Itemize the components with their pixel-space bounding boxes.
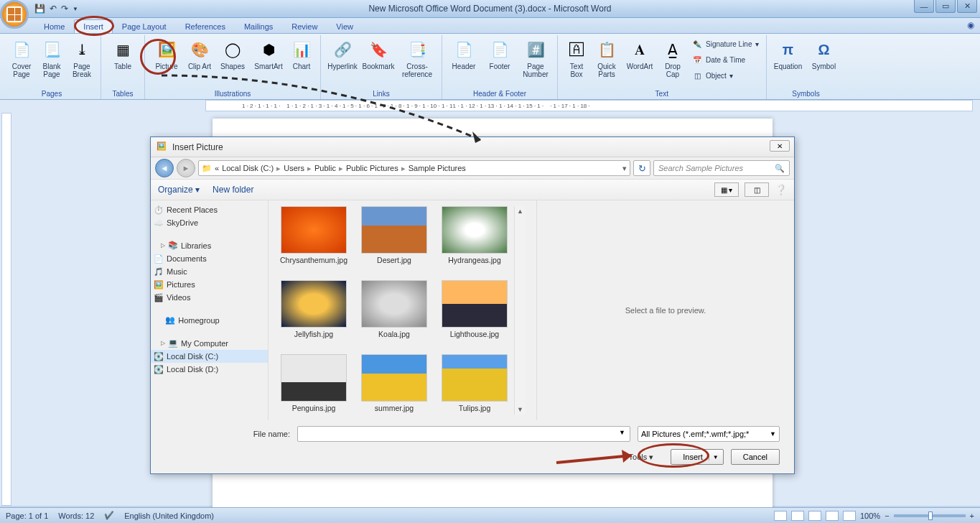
back-button[interactable]: ◄ bbox=[155, 159, 174, 177]
cover-page-button[interactable]: 📄Cover Page bbox=[7, 37, 36, 80]
sidebar-item-local-d[interactable]: 💽Local Disk (D:) bbox=[151, 363, 268, 376]
sidebar-item-recent[interactable]: ⏱️Recent Places bbox=[151, 203, 268, 216]
insert-button[interactable]: Insert▼ bbox=[671, 449, 723, 465]
table-button[interactable]: ▦Table bbox=[106, 37, 140, 72]
breadcrumb-dropdown-icon[interactable]: ▾ bbox=[622, 164, 627, 173]
zoom-in-button[interactable]: + bbox=[970, 512, 974, 520]
dialog-close-button[interactable]: ✕ bbox=[770, 140, 790, 152]
qat-dropdown-icon[interactable]: ▼ bbox=[73, 6, 78, 12]
quickparts-button[interactable]: 📋Quick Parts bbox=[592, 37, 621, 80]
page-number-button[interactable]: #️⃣Page Number bbox=[518, 37, 553, 80]
breadcrumb-item[interactable]: Public bbox=[314, 164, 336, 172]
sidebar-item-videos[interactable]: 🎬Videos bbox=[151, 291, 268, 304]
help-icon[interactable]: ❔ bbox=[775, 184, 787, 195]
spell-check-icon[interactable]: ✔️ bbox=[104, 511, 114, 520]
equation-button[interactable]: πEquation bbox=[771, 37, 806, 72]
blank-page-button[interactable]: 📃Blank Page bbox=[37, 37, 66, 80]
file-thumbnail[interactable]: Hydrangeas.jpg bbox=[435, 206, 514, 273]
textbox-button[interactable]: 🄰Text Box bbox=[562, 37, 591, 80]
file-type-filter[interactable]: All Pictures (*.emf;*.wmf;*.jpg;*▼ bbox=[638, 426, 780, 442]
minimize-button[interactable]: — bbox=[914, 0, 934, 13]
file-thumbnail[interactable]: Desert.jpg bbox=[355, 206, 434, 273]
sidebar-item-my-computer[interactable]: ▷💻My Computer bbox=[151, 334, 268, 350]
outline-view-icon[interactable] bbox=[826, 511, 839, 521]
shapes-button[interactable]: ◯Shapes bbox=[215, 37, 250, 72]
file-thumbnail[interactable]: Jellyfish.jpg bbox=[274, 280, 353, 347]
object-button[interactable]: ◫Object ▾ bbox=[689, 68, 762, 83]
refresh-button[interactable]: ↻ bbox=[633, 160, 650, 176]
scrollbar[interactable]: ▲▼ bbox=[514, 206, 526, 415]
status-words[interactable]: Words: 12 bbox=[58, 512, 94, 520]
zoom-level[interactable]: 100% bbox=[860, 512, 880, 520]
zoom-slider[interactable] bbox=[894, 514, 966, 517]
file-thumbnail[interactable]: Penguins.jpg bbox=[274, 354, 353, 421]
breadcrumb-item[interactable]: Local Disk (C:) bbox=[222, 164, 274, 172]
breadcrumb-item[interactable]: Public Pictures bbox=[346, 164, 398, 172]
zoom-out-button[interactable]: − bbox=[885, 512, 889, 520]
hyperlink-button[interactable]: 🔗Hyperlink bbox=[325, 37, 360, 72]
tab-review[interactable]: Review bbox=[282, 19, 327, 33]
picture-button[interactable]: 🖼️Picture bbox=[149, 37, 184, 72]
sidebar-item-skydrive[interactable]: ☁️SkyDrive bbox=[151, 216, 268, 229]
new-folder-button[interactable]: New folder bbox=[213, 185, 253, 195]
tab-view[interactable]: View bbox=[327, 19, 363, 33]
cancel-button[interactable]: Cancel bbox=[731, 449, 780, 465]
file-thumbnail[interactable]: Koala.jpg bbox=[355, 280, 434, 347]
chart-button[interactable]: 📊Chart bbox=[287, 37, 316, 72]
page-break-button[interactable]: ⤓Page Break bbox=[67, 37, 96, 80]
office-button[interactable] bbox=[0, 0, 29, 29]
chevron-down-icon[interactable]: ▼ bbox=[619, 429, 625, 436]
full-screen-view-icon[interactable] bbox=[791, 511, 804, 521]
tab-page-layout[interactable]: Page Layout bbox=[113, 19, 176, 33]
file-name-input[interactable]: ▼ bbox=[297, 426, 630, 442]
horizontal-ruler[interactable]: 1 · 2 · 1 · 1 · 1 · 1 · 1 · 2 · 1 · 3 · … bbox=[205, 100, 973, 111]
status-language[interactable]: English (United Kingdom) bbox=[124, 512, 214, 520]
help-icon[interactable]: ◉ bbox=[967, 20, 974, 30]
header-button[interactable]: 📄Header bbox=[447, 37, 481, 72]
print-layout-view-icon[interactable] bbox=[774, 511, 787, 521]
tab-references[interactable]: References bbox=[176, 19, 235, 33]
save-icon[interactable]: 💾 bbox=[34, 4, 45, 14]
search-input[interactable]: Search Sample Pictures 🔍 bbox=[653, 160, 790, 176]
preview-pane-button[interactable]: ◫ bbox=[745, 182, 769, 197]
close-button[interactable]: ✕ bbox=[957, 0, 977, 13]
undo-icon[interactable]: ↶ bbox=[50, 4, 57, 14]
sidebar-item-pictures[interactable]: 🖼️Pictures bbox=[151, 278, 268, 291]
tab-home[interactable]: Home bbox=[34, 19, 74, 33]
dialog-titlebar[interactable]: 🖼️ Insert Picture ✕ bbox=[151, 137, 794, 157]
sidebar-group-libraries[interactable]: ▷📚Libraries bbox=[151, 236, 268, 252]
view-mode-button[interactable]: ▦ ▾ bbox=[714, 182, 739, 197]
forward-button[interactable]: ► bbox=[177, 159, 195, 177]
file-thumbnail[interactable]: Lighthouse.jpg bbox=[435, 280, 514, 347]
file-thumbnail[interactable]: Tulips.jpg bbox=[435, 354, 514, 421]
web-layout-view-icon[interactable] bbox=[808, 511, 821, 521]
file-thumbnail[interactable]: Chrysanthemum.jpg bbox=[274, 206, 353, 273]
crossref-button[interactable]: 📑Cross-reference bbox=[397, 37, 437, 80]
date-time-button[interactable]: 📅Date & Time bbox=[689, 52, 762, 67]
maximize-button[interactable]: ▭ bbox=[935, 0, 956, 13]
tab-mailings[interactable]: Mailings bbox=[235, 19, 282, 33]
sidebar-item-music[interactable]: 🎵Music bbox=[151, 265, 268, 278]
tools-dropdown[interactable]: Tools ▾ bbox=[629, 453, 654, 462]
sidebar-item-documents[interactable]: 📄Documents bbox=[151, 252, 268, 265]
sidebar-item-homegroup[interactable]: 👥Homegroup bbox=[151, 311, 268, 327]
chevron-down-icon[interactable]: ▼ bbox=[709, 454, 719, 460]
status-page[interactable]: Page: 1 of 1 bbox=[6, 512, 48, 520]
clipart-button[interactable]: 🎨Clip Art bbox=[185, 37, 214, 72]
bookmark-button[interactable]: 🔖Bookmark bbox=[361, 37, 396, 72]
smartart-button[interactable]: ⬢SmartArt bbox=[251, 37, 286, 72]
draft-view-icon[interactable] bbox=[843, 511, 856, 521]
breadcrumb-item[interactable]: Sample Pictures bbox=[409, 164, 466, 172]
signature-line-button[interactable]: ✒️Signature Line ▾ bbox=[689, 37, 762, 51]
redo-icon[interactable]: ↷ bbox=[61, 4, 68, 14]
footer-button[interactable]: 📄Footer bbox=[482, 37, 517, 72]
dropcap-button[interactable]: A̲Drop Cap bbox=[658, 37, 687, 80]
breadcrumb-item[interactable]: Users bbox=[284, 164, 304, 172]
symbol-button[interactable]: ΩSymbol bbox=[807, 37, 841, 72]
breadcrumb[interactable]: 📁 « Local Disk (C:)▸ Users▸ Public▸ Publ… bbox=[198, 160, 630, 176]
vertical-ruler[interactable] bbox=[0, 113, 13, 506]
file-thumbnail[interactable]: summer.jpg bbox=[355, 354, 434, 421]
organize-button[interactable]: Organize ▾ bbox=[158, 185, 200, 195]
sidebar-item-local-c[interactable]: 💽Local Disk (C:) bbox=[151, 350, 268, 363]
tab-insert[interactable]: Insert bbox=[74, 19, 113, 33]
